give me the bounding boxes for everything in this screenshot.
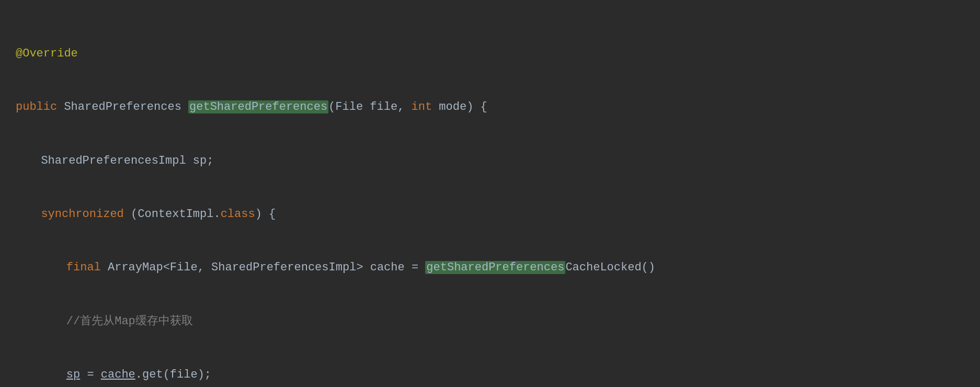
line-5: final ArrayMap<File, SharedPreferencesIm… (16, 259, 964, 277)
line-3: SharedPreferencesImpl sp; (16, 152, 964, 170)
line-4: synchronized (ContextImpl.class) { (16, 206, 964, 223)
line-2: public SharedPreferences getSharedPrefer… (16, 98, 964, 116)
code-editor: @Override public SharedPreferences getSh… (16, 9, 964, 387)
line-7: sp = cache.get(file); (16, 366, 964, 384)
line-1: @Override (16, 45, 964, 63)
line-6: //首先从Map缓存中获取 (16, 313, 964, 331)
